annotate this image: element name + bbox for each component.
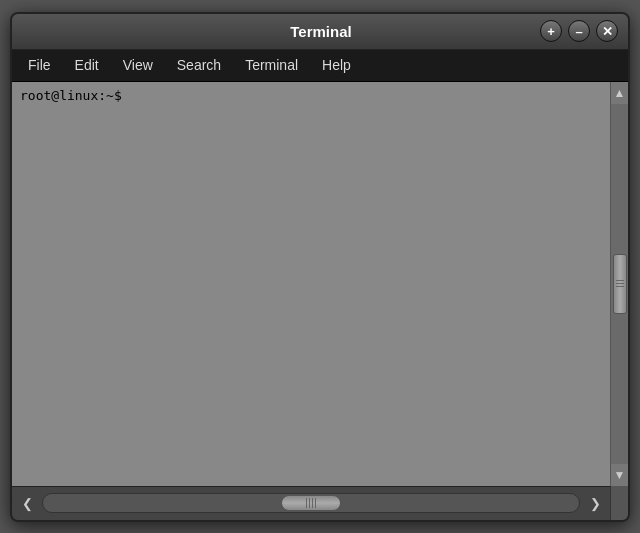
thumb-line-3	[616, 286, 624, 287]
terminal-content[interactable]: root@linux:~$	[12, 82, 610, 486]
menu-terminal[interactable]: Terminal	[235, 53, 308, 77]
menu-file[interactable]: File	[18, 53, 61, 77]
scroll-right-arrow[interactable]: ❯	[580, 486, 610, 520]
terminal-window: Terminal + – ✕ File Edit View Search Ter…	[10, 12, 630, 522]
menu-bar: File Edit View Search Terminal Help	[12, 50, 628, 82]
h-thumb-line-4	[315, 498, 316, 508]
menu-help[interactable]: Help	[312, 53, 361, 77]
h-thumb-line-1	[306, 498, 307, 508]
menu-search[interactable]: Search	[167, 53, 231, 77]
scroll-left-arrow[interactable]: ❮	[12, 486, 42, 520]
scrollbar-corner	[610, 486, 628, 520]
terminal-prompt: root@linux:~$	[20, 88, 122, 103]
h-thumb-line-3	[312, 498, 313, 508]
scroll-thumb-vertical[interactable]	[613, 254, 627, 314]
menu-view[interactable]: View	[113, 53, 163, 77]
window-title: Terminal	[102, 23, 540, 40]
scroll-down-arrow[interactable]: ▼	[611, 464, 629, 486]
terminal-wrapper: root@linux:~$ ▲ ▼	[12, 82, 628, 486]
thumb-line-1	[616, 280, 624, 281]
scroll-track-horizontal[interactable]	[42, 493, 580, 513]
h-thumb-line-2	[309, 498, 310, 508]
minimize-button[interactable]: –	[568, 20, 590, 42]
add-button[interactable]: +	[540, 20, 562, 42]
title-bar: Terminal + – ✕	[12, 14, 628, 50]
menu-edit[interactable]: Edit	[65, 53, 109, 77]
close-button[interactable]: ✕	[596, 20, 618, 42]
thumb-line-2	[616, 283, 624, 284]
window-controls: + – ✕	[540, 20, 618, 42]
vertical-scrollbar[interactable]: ▲ ▼	[610, 82, 628, 486]
scroll-track-vertical[interactable]	[611, 104, 628, 464]
horizontal-scrollbar-area: ❮ ❯	[12, 486, 628, 520]
scroll-up-arrow[interactable]: ▲	[611, 82, 629, 104]
scroll-thumb-horizontal[interactable]	[281, 495, 341, 511]
thumb-grip	[616, 280, 624, 287]
